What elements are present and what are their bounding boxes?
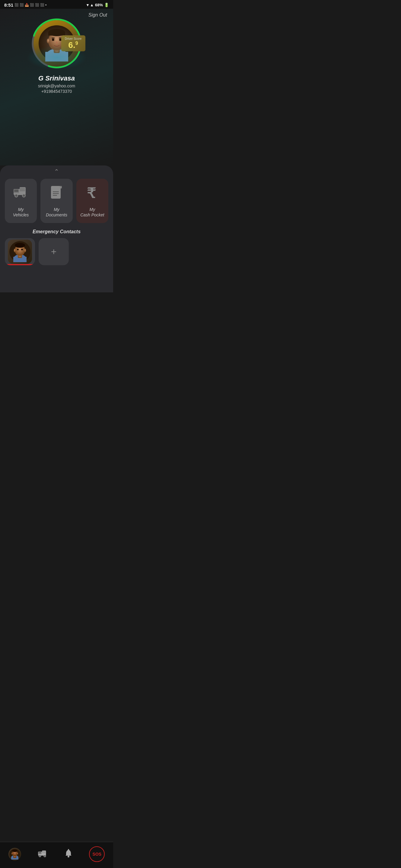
doc-icon <box>50 185 63 203</box>
svg-rect-22 <box>20 188 25 191</box>
svg-rect-4 <box>45 52 68 61</box>
svg-point-35 <box>15 243 25 248</box>
add-contact-button[interactable]: + <box>39 238 69 265</box>
add-icon: + <box>51 246 57 257</box>
svg-point-9 <box>52 39 54 41</box>
profile-email: srinigk@yahoo.com <box>38 84 75 88</box>
profile-phone: +919845473370 <box>41 89 72 94</box>
svg-point-37 <box>21 249 23 250</box>
battery-text: 68% <box>95 3 103 7</box>
menu-label-documents: MyDocuments <box>46 207 67 218</box>
van-icon <box>13 185 29 200</box>
status-right: ▾ ▲ 68% 🔋 <box>87 3 109 7</box>
driver-score-badge: Driver Score 6.9 <box>61 35 85 51</box>
wifi-icon: ▾ <box>87 3 89 7</box>
signal-icon: ▲ <box>90 3 94 7</box>
status-left: 8:51 ⬛ ⬛ 📥 ⬛ ⬛ ⬛ • <box>4 2 47 7</box>
status-bar: 8:51 ⬛ ⬛ 📥 ⬛ ⬛ ⬛ • ▾ ▲ 68% 🔋 <box>0 0 113 9</box>
svg-rect-21 <box>14 190 19 192</box>
rupee-icon: ₹ <box>86 185 99 203</box>
menu-item-documents[interactable]: MyDocuments <box>40 179 73 223</box>
contacts-row: + <box>5 238 108 265</box>
svg-rect-25 <box>53 191 59 192</box>
menu-item-vehicles[interactable]: MyVehicles <box>5 179 37 223</box>
svg-point-14 <box>47 38 50 43</box>
menu-item-cashpocket[interactable]: ₹ MyCash Pocket <box>76 179 108 223</box>
menu-label-cashpocket: MyCash Pocket <box>80 207 104 218</box>
contact-avatar-1 <box>8 240 32 264</box>
top-section: Sign Out <box>0 9 113 165</box>
svg-rect-11 <box>52 38 55 38</box>
svg-rect-23 <box>51 186 61 198</box>
avatar-wrapper: Driver Score 6.9 <box>31 18 82 69</box>
contact-red-bar <box>5 264 35 265</box>
drawer-handle[interactable]: ⌃ <box>5 168 108 175</box>
nav-spacer <box>5 265 108 286</box>
svg-rect-27 <box>53 195 57 196</box>
battery-icon: 🔋 <box>104 3 109 7</box>
driver-score-label: Driver Score <box>64 37 82 40</box>
svg-point-39 <box>24 249 26 252</box>
driver-score-value: 6.9 <box>68 41 78 50</box>
svg-point-18 <box>15 194 18 197</box>
svg-point-36 <box>17 249 19 250</box>
emergency-contacts-title: Emergency Contacts <box>5 229 108 235</box>
svg-text:₹: ₹ <box>87 186 96 200</box>
profile-name: G Srinivasa <box>38 74 75 82</box>
svg-point-38 <box>14 249 16 252</box>
status-icons: ⬛ ⬛ 📥 ⬛ ⬛ ⬛ • <box>15 3 47 7</box>
svg-point-19 <box>22 194 25 197</box>
bottom-drawer: ⌃ MyVehicles <box>0 165 113 292</box>
svg-rect-26 <box>53 193 59 194</box>
menu-label-vehicles: MyVehicles <box>13 207 29 218</box>
menu-grid: MyVehicles MyDocuments <box>5 179 108 223</box>
svg-point-13 <box>56 41 58 44</box>
contact-item-1[interactable] <box>5 238 35 265</box>
profile-area: Driver Score 6.9 G Srinivasa srinigk@yah… <box>6 12 107 94</box>
status-time: 8:51 <box>4 2 13 7</box>
